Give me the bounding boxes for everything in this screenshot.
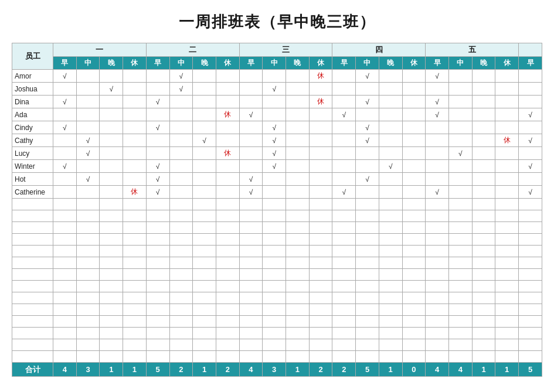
schedule-cell[interactable]: √ <box>146 121 169 134</box>
schedule-cell[interactable] <box>216 134 239 147</box>
schedule-cell[interactable] <box>100 134 123 147</box>
schedule-cell[interactable] <box>472 186 495 199</box>
schedule-cell[interactable] <box>402 173 426 186</box>
schedule-cell[interactable] <box>472 173 495 186</box>
schedule-cell[interactable]: √ <box>356 134 379 147</box>
schedule-cell[interactable]: √ <box>332 186 356 199</box>
schedule-cell[interactable]: 休 <box>123 186 147 199</box>
schedule-cell[interactable] <box>379 147 402 160</box>
schedule-cell[interactable] <box>169 121 193 134</box>
schedule-cell[interactable] <box>193 173 216 186</box>
schedule-cell[interactable] <box>495 160 519 173</box>
schedule-cell[interactable] <box>426 173 449 186</box>
schedule-cell[interactable] <box>263 70 286 83</box>
schedule-cell[interactable] <box>356 83 379 96</box>
schedule-cell[interactable]: √ <box>53 160 77 173</box>
schedule-cell[interactable] <box>309 147 332 160</box>
schedule-cell[interactable]: √ <box>263 160 286 173</box>
schedule-cell[interactable] <box>472 147 495 160</box>
schedule-cell[interactable] <box>309 173 332 186</box>
schedule-cell[interactable] <box>332 134 356 147</box>
schedule-cell[interactable] <box>76 83 100 96</box>
schedule-cell[interactable] <box>472 70 495 83</box>
schedule-cell[interactable] <box>495 121 519 134</box>
schedule-cell[interactable] <box>379 186 402 199</box>
schedule-cell[interactable] <box>263 96 286 108</box>
schedule-cell[interactable] <box>426 160 449 173</box>
schedule-cell[interactable] <box>379 121 402 134</box>
schedule-cell[interactable] <box>216 160 239 173</box>
schedule-cell[interactable] <box>216 173 239 186</box>
schedule-cell[interactable] <box>76 186 100 199</box>
schedule-cell[interactable] <box>356 108 379 121</box>
schedule-cell[interactable] <box>448 121 472 134</box>
schedule-cell[interactable]: √ <box>519 160 542 173</box>
schedule-cell[interactable] <box>286 108 310 121</box>
schedule-cell[interactable] <box>123 108 147 121</box>
schedule-cell[interactable] <box>239 147 263 160</box>
schedule-cell[interactable] <box>169 108 193 121</box>
schedule-cell[interactable] <box>286 83 310 96</box>
schedule-cell[interactable] <box>263 173 286 186</box>
schedule-cell[interactable] <box>332 160 356 173</box>
schedule-cell[interactable] <box>448 83 472 96</box>
schedule-cell[interactable]: √ <box>76 173 100 186</box>
schedule-cell[interactable]: √ <box>239 108 263 121</box>
schedule-cell[interactable]: √ <box>356 70 379 83</box>
schedule-cell[interactable] <box>379 108 402 121</box>
schedule-cell[interactable] <box>100 96 123 108</box>
schedule-cell[interactable] <box>309 134 332 147</box>
schedule-cell[interactable] <box>193 108 216 121</box>
schedule-cell[interactable] <box>448 70 472 83</box>
schedule-cell[interactable] <box>216 83 239 96</box>
schedule-cell[interactable] <box>356 160 379 173</box>
schedule-cell[interactable] <box>332 121 356 134</box>
schedule-cell[interactable]: √ <box>169 83 193 96</box>
schedule-cell[interactable] <box>379 134 402 147</box>
schedule-cell[interactable] <box>402 147 426 160</box>
schedule-cell[interactable]: √ <box>53 96 77 108</box>
schedule-cell[interactable] <box>193 70 216 83</box>
schedule-cell[interactable] <box>123 83 147 96</box>
schedule-cell[interactable] <box>472 160 495 173</box>
schedule-cell[interactable] <box>193 160 216 173</box>
schedule-cell[interactable]: √ <box>448 147 472 160</box>
schedule-cell[interactable] <box>100 173 123 186</box>
schedule-cell[interactable] <box>146 134 169 147</box>
schedule-cell[interactable]: √ <box>356 96 379 108</box>
schedule-cell[interactable] <box>239 96 263 108</box>
schedule-cell[interactable]: √ <box>426 70 449 83</box>
schedule-cell[interactable] <box>146 108 169 121</box>
schedule-cell[interactable] <box>448 173 472 186</box>
schedule-cell[interactable]: √ <box>239 173 263 186</box>
schedule-cell[interactable] <box>472 96 495 108</box>
schedule-cell[interactable]: √ <box>426 186 449 199</box>
schedule-cell[interactable] <box>286 121 310 134</box>
schedule-cell[interactable] <box>286 96 310 108</box>
schedule-cell[interactable] <box>402 121 426 134</box>
schedule-cell[interactable] <box>448 134 472 147</box>
schedule-cell[interactable] <box>239 70 263 83</box>
schedule-cell[interactable] <box>448 186 472 199</box>
schedule-cell[interactable] <box>146 83 169 96</box>
schedule-cell[interactable] <box>332 83 356 96</box>
schedule-cell[interactable]: √ <box>519 186 542 199</box>
schedule-cell[interactable] <box>239 160 263 173</box>
schedule-cell[interactable] <box>123 70 147 83</box>
schedule-cell[interactable] <box>309 121 332 134</box>
schedule-cell[interactable] <box>448 160 472 173</box>
schedule-cell[interactable] <box>263 186 286 199</box>
schedule-cell[interactable] <box>472 108 495 121</box>
schedule-cell[interactable] <box>379 173 402 186</box>
schedule-cell[interactable]: √ <box>100 83 123 96</box>
schedule-cell[interactable] <box>193 96 216 108</box>
schedule-cell[interactable] <box>146 70 169 83</box>
schedule-cell[interactable] <box>495 147 519 160</box>
schedule-cell[interactable] <box>53 108 77 121</box>
schedule-cell[interactable] <box>286 134 310 147</box>
schedule-cell[interactable] <box>519 147 542 160</box>
schedule-cell[interactable]: √ <box>239 186 263 199</box>
schedule-cell[interactable]: 休 <box>309 96 332 108</box>
schedule-cell[interactable]: 休 <box>495 134 519 147</box>
schedule-cell[interactable] <box>472 83 495 96</box>
